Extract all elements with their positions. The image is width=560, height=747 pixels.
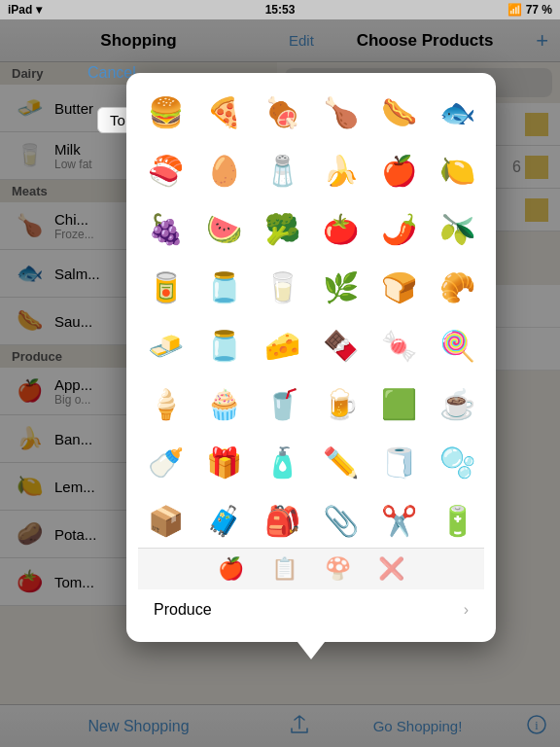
emoji-meat[interactable]: 🍖	[255, 85, 309, 139]
emoji-spray2[interactable]: 🫧	[430, 435, 484, 489]
wifi-signal-icon: 📶	[508, 3, 522, 17]
emoji-chicken[interactable]: 🍗	[313, 85, 368, 139]
emoji-herbs[interactable]: 🌿	[313, 260, 368, 314]
emoji-scissors[interactable]: ✂️	[371, 493, 426, 548]
emoji-tomato[interactable]: 🍅	[313, 201, 368, 256]
emoji-chili[interactable]: 🌶️	[371, 201, 426, 256]
status-bar: iPad ▾ 15:53 📶 77 %	[0, 0, 560, 19]
emoji-grid: 🍔 🍕 🍖 🍗 🌭 🐟 🍣 🥚 🧂 🍌 🍎 🍋 🍇 🍉 🥦 🍅 🌶️ 🫒 🥫 🫙…	[138, 85, 484, 548]
emoji-backpack[interactable]: 🎒	[255, 493, 309, 548]
emoji-cola[interactable]: 🥤	[255, 376, 309, 431]
cat-icon-mushroom[interactable]: 🍄	[325, 556, 351, 582]
emoji-toilet-paper[interactable]: 🧻	[371, 435, 426, 489]
emoji-box[interactable]: 📦	[138, 493, 192, 548]
emoji-fish[interactable]: 🐟	[430, 85, 484, 139]
battery-label: 77 %	[526, 3, 552, 17]
cat-icon-close[interactable]: ❌	[378, 556, 404, 582]
product-picker-popup: 🍔 🍕 🍖 🍗 🌭 🐟 🍣 🥚 🧂 🍌 🍎 🍋 🍇 🍉 🥦 🍅 🌶️ 🫒 🥫 🫙…	[126, 73, 496, 642]
emoji-broccoli[interactable]: 🥦	[255, 201, 309, 256]
emoji-croissant[interactable]: 🥐	[430, 260, 484, 314]
emoji-eggs[interactable]: 🥚	[196, 143, 251, 197]
emoji-battery[interactable]: 🔋	[430, 493, 484, 548]
category-label: Produce	[154, 601, 212, 619]
emoji-beer[interactable]: 🍺	[313, 376, 368, 431]
emoji-bag[interactable]: 🧳	[196, 493, 251, 548]
emoji-apple[interactable]: 🍎	[371, 143, 426, 197]
emoji-canned-drink[interactable]: 🟩	[371, 376, 426, 431]
emoji-candies[interactable]: 🍭	[430, 318, 484, 373]
emoji-candy[interactable]: 🍬	[371, 318, 426, 373]
emoji-bottle[interactable]: 🍼	[138, 435, 192, 489]
cat-icon-produce[interactable]: 🍎	[218, 556, 244, 582]
category-row[interactable]: Produce ›	[138, 589, 484, 630]
emoji-paperclip[interactable]: 📎	[313, 493, 368, 548]
emoji-pen[interactable]: ✏️	[313, 435, 368, 489]
emoji-cupcake[interactable]: 🧁	[196, 376, 251, 431]
emoji-sausage[interactable]: 🌭	[371, 85, 426, 139]
emoji-pepper-mill[interactable]: 🧂	[255, 143, 309, 197]
emoji-tin[interactable]: 🫙	[196, 260, 251, 314]
emoji-bread[interactable]: 🍞	[371, 260, 426, 314]
status-time: 15:53	[265, 3, 296, 17]
emoji-carton[interactable]: 🥛	[255, 260, 309, 314]
emoji-banana[interactable]: 🍌	[313, 143, 368, 197]
wifi-icon: ▾	[36, 3, 42, 17]
emoji-pizza[interactable]: 🍕	[196, 85, 251, 139]
emoji-gift[interactable]: 🎁	[196, 435, 251, 489]
emoji-can[interactable]: 🥫	[138, 260, 192, 314]
emoji-spray[interactable]: 🧴	[255, 435, 309, 489]
emoji-jar[interactable]: 🫙	[196, 318, 251, 373]
emoji-coffee[interactable]: ☕	[430, 376, 484, 431]
status-left: iPad ▾	[8, 3, 42, 17]
emoji-icecream[interactable]: 🍦	[138, 376, 192, 431]
emoji-grapes[interactable]: 🍇	[138, 201, 192, 256]
status-right: 📶 77 %	[508, 3, 552, 17]
emoji-olives[interactable]: 🫒	[430, 201, 484, 256]
emoji-sushi[interactable]: 🍣	[138, 143, 192, 197]
emoji-lemon[interactable]: 🍋	[430, 143, 484, 197]
category-chevron-icon: ›	[464, 601, 469, 619]
emoji-cheese[interactable]: 🧀	[255, 318, 309, 373]
emoji-snacks[interactable]: 🍫	[313, 318, 368, 373]
cat-icon-checklist[interactable]: 📋	[271, 556, 298, 582]
emoji-burger[interactable]: 🍔	[138, 85, 192, 139]
category-icons-bar: 🍎 📋 🍄 ❌	[138, 548, 484, 589]
emoji-watermelon[interactable]: 🍉	[196, 201, 251, 256]
emoji-butter[interactable]: 🧈	[138, 318, 192, 373]
carrier-label: iPad	[8, 3, 32, 17]
